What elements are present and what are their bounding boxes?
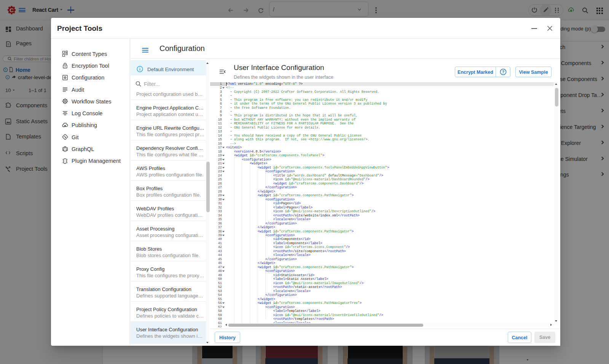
svg-text:?: ? <box>502 70 504 74</box>
